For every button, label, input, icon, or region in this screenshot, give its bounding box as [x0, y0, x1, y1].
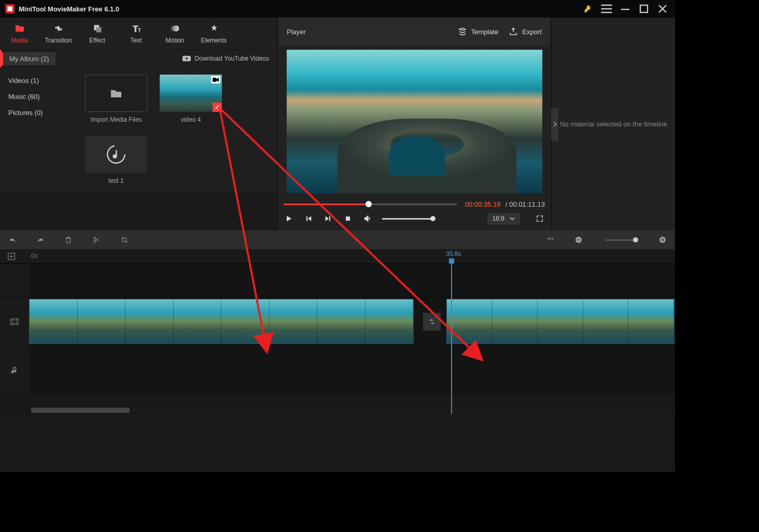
timeline: 0s 35.8s: [0, 249, 675, 415]
fit-button[interactable]: [545, 235, 556, 245]
svg-rect-11: [577, 239, 581, 240]
video-label: video 4: [181, 116, 201, 123]
close-button[interactable]: [655, 2, 670, 16]
split-button[interactable]: [91, 235, 102, 245]
transition-slot[interactable]: [423, 313, 441, 330]
time-current: 00:00:35.19: [465, 200, 501, 208]
svg-rect-0: [640, 5, 648, 12]
audio-track-icon: [0, 346, 29, 394]
maximize-button[interactable]: [637, 2, 651, 16]
media-item-video4[interactable]: video 4: [160, 75, 222, 123]
tab-elements[interactable]: Elements: [194, 18, 233, 49]
properties-panel: No material selected on the timeline: [552, 18, 675, 231]
music-thumb[interactable]: [85, 136, 147, 173]
minimize-button[interactable]: [618, 2, 632, 16]
undo-button[interactable]: [7, 235, 18, 245]
aspect-ratio-select[interactable]: 16:9: [487, 213, 520, 224]
crop-button[interactable]: [119, 235, 130, 245]
zoom-slider[interactable]: [606, 239, 636, 241]
scrollbar-thumb[interactable]: [31, 408, 130, 413]
sidebar-item-pictures[interactable]: Pictures (0): [0, 105, 78, 121]
svg-rect-7: [346, 217, 350, 221]
volume-icon[interactable]: [362, 213, 373, 224]
tab-text[interactable]: Text: [117, 18, 156, 49]
download-youtube-link[interactable]: Download YouTube Videos: [182, 55, 269, 62]
tab-motion[interactable]: Motion: [156, 18, 194, 49]
player-controls: 00:00:35.19 / 00:01:11.13: [278, 193, 550, 231]
license-key-icon[interactable]: [581, 2, 595, 16]
scrub-knob[interactable]: [366, 201, 372, 207]
album-title[interactable]: My Album (2): [2, 52, 55, 65]
video-track[interactable]: [0, 297, 675, 346]
scrub-track[interactable]: [284, 204, 457, 205]
player-panel: Player Template Export: [278, 18, 550, 231]
tool-tabs: Media Transition Effect Text Motion: [0, 18, 276, 50]
media-panel: My Album (2) Download YouTube Videos Vid…: [0, 50, 276, 192]
import-media-item[interactable]: Import Media Files: [85, 75, 147, 123]
svg-rect-2: [96, 27, 101, 32]
video-preview[interactable]: [287, 50, 542, 193]
ruler-zero: 0s: [31, 252, 38, 260]
volume-knob[interactable]: [430, 216, 435, 221]
scrub-bar[interactable]: 00:00:35.19 / 00:01:11.13: [284, 203, 545, 206]
player-viewport: [278, 46, 550, 193]
prev-frame-button[interactable]: [303, 213, 314, 224]
tab-media[interactable]: Media: [0, 18, 39, 49]
next-frame-button[interactable]: [323, 213, 333, 224]
tab-effect[interactable]: Effect: [78, 18, 117, 49]
time-display: 00:00:35.19 / 00:01:11.13: [465, 200, 545, 208]
overlay-track[interactable]: [0, 264, 675, 297]
expand-props-button[interactable]: [551, 108, 558, 141]
export-button[interactable]: Export: [509, 27, 542, 36]
music-label: test 1: [108, 177, 123, 184]
playhead-handle[interactable]: [449, 258, 454, 264]
fullscreen-button[interactable]: [535, 213, 545, 224]
timeline-clip-1[interactable]: [29, 299, 414, 344]
tab-transition[interactable]: Transition: [39, 18, 78, 49]
template-button[interactable]: Template: [458, 27, 499, 36]
video-track-icon: [0, 297, 29, 346]
svg-point-4: [171, 25, 177, 32]
tab-label: Elements: [201, 37, 227, 44]
titlebar: MiniTool MovieMaker Free 6.1.0: [0, 0, 675, 18]
tab-label: Transition: [45, 37, 72, 44]
volume-slider[interactable]: [382, 218, 434, 220]
playhead-line[interactable]: [451, 264, 452, 414]
sidebar-item-videos[interactable]: Videos (1): [0, 73, 78, 89]
zoom-out-button[interactable]: [573, 235, 584, 245]
download-label: Download YouTube Videos: [195, 55, 269, 62]
tab-label: Text: [130, 37, 142, 44]
play-button[interactable]: [284, 213, 294, 224]
import-media-thumb[interactable]: [85, 75, 147, 112]
ratio-value: 16:9: [493, 215, 504, 222]
stop-button[interactable]: [343, 213, 353, 224]
media-grid: Import Media Files video 4: [78, 67, 276, 192]
player-header: Player Template Export: [278, 18, 550, 46]
timeline-toolbar: [0, 231, 675, 249]
timeline-clip-2[interactable]: [446, 299, 674, 344]
zoom-knob[interactable]: [633, 237, 638, 242]
zoom-in-button[interactable]: [657, 235, 668, 245]
redo-button[interactable]: [35, 235, 46, 245]
app-root: MiniTool MovieMaker Free 6.1.0 Media: [0, 0, 675, 472]
add-track-button[interactable]: [7, 252, 17, 262]
selected-check-icon: [213, 103, 222, 112]
app-icon: [5, 4, 15, 13]
player-title: Player: [287, 28, 447, 36]
tab-label: Media: [11, 37, 28, 44]
sidebar-item-music[interactable]: Music (60): [0, 89, 78, 105]
timeline-scrollbar[interactable]: [31, 408, 668, 413]
export-label: Export: [522, 28, 542, 36]
audio-track[interactable]: [0, 346, 675, 394]
scrub-progress: [284, 204, 369, 205]
media-item-test1[interactable]: test 1: [85, 136, 147, 184]
delete-button[interactable]: [63, 235, 74, 245]
menu-icon[interactable]: [599, 2, 614, 16]
svg-rect-16: [11, 319, 19, 325]
timeline-ruler[interactable]: 0s 35.8s: [0, 249, 675, 264]
playhead-time: 35.8s: [446, 250, 461, 257]
album-header: My Album (2) Download YouTube Videos: [0, 50, 276, 67]
app-title: MiniTool MovieMaker Free 6.1.0: [19, 5, 119, 13]
import-label: Import Media Files: [91, 116, 142, 123]
video-thumb[interactable]: [160, 75, 222, 112]
